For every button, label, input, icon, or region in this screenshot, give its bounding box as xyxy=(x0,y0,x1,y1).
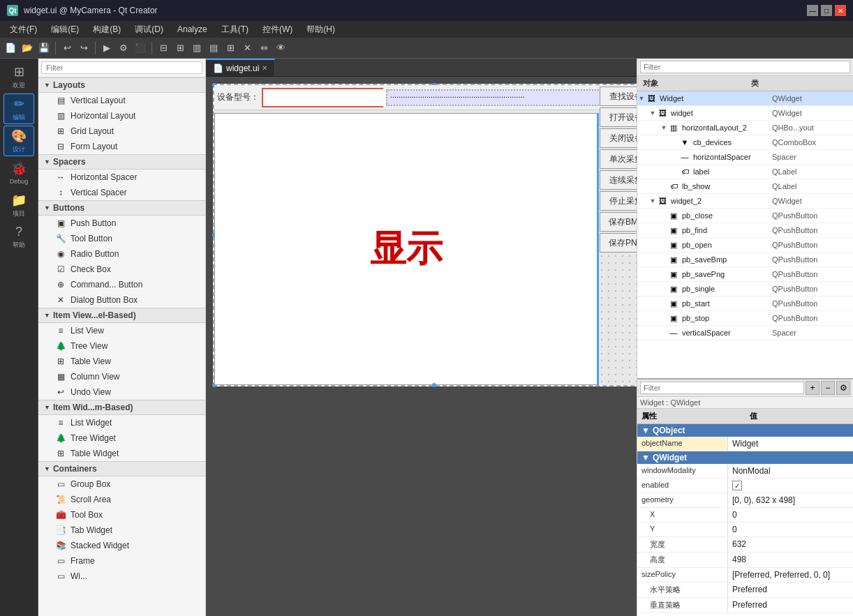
tree-arrow[interactable] xyxy=(671,167,679,176)
canvas-btn-[interactable]: 查找设备 xyxy=(600,87,637,106)
canvas-btn-[interactable]: 停止采集 xyxy=(600,191,637,211)
toolbar-build[interactable]: ▶ xyxy=(99,40,114,56)
palette-item-radiobutton[interactable]: ◉Radio Button xyxy=(38,246,205,262)
prop-value[interactable]: Preferred xyxy=(728,598,853,613)
menu-item-e[interactable]: 编辑(E) xyxy=(44,22,86,37)
toolbar-widget-align-v[interactable]: ⊞ xyxy=(172,40,188,56)
left-icon-project[interactable]: 📁项目 xyxy=(3,190,34,220)
tree-arrow[interactable] xyxy=(671,138,679,147)
prop-value[interactable]: 0 xyxy=(728,508,853,522)
palette-item-verticalspacer[interactable]: ↕Vertical Spacer xyxy=(38,185,205,200)
toolbar-break[interactable]: ✕ xyxy=(239,40,255,56)
canvas-btn-[interactable]: 单次采集 xyxy=(600,149,637,169)
editor-tab-widget-ui[interactable]: 📄 widget.ui ✕ xyxy=(206,59,275,76)
prop-value[interactable]: 632 xyxy=(728,537,853,552)
tree-arrow[interactable] xyxy=(660,241,668,249)
close-button[interactable]: ✕ xyxy=(835,5,846,16)
tree-item[interactable]: ▣ pb_stop QPushButton xyxy=(637,311,853,326)
tree-item[interactable]: ▣ pb_start QPushButton xyxy=(637,296,853,311)
palette-item-wi[interactable]: ▭Wi... xyxy=(38,569,205,584)
palette-item-columnview[interactable]: ▦Column View xyxy=(38,369,205,384)
prop-row[interactable]: objectName Widget xyxy=(637,437,853,451)
palette-item-undoview[interactable]: ↩Undo View xyxy=(38,384,205,400)
prop-value[interactable]: ✓ xyxy=(728,479,853,493)
palette-section-layouts[interactable]: ▼Layouts xyxy=(38,77,205,93)
left-icon-edit[interactable]: ✏编辑 xyxy=(3,93,34,124)
tree-arrow[interactable] xyxy=(660,314,668,322)
canvas-btn-[interactable]: 连续采集 xyxy=(600,170,637,190)
palette-item-listview[interactable]: ≡List View xyxy=(38,323,205,338)
tree-item[interactable]: 🏷 label QLabel xyxy=(637,165,853,179)
menu-item-h[interactable]: 帮助(H) xyxy=(299,22,342,37)
menu-item-t[interactable]: 工具(T) xyxy=(214,22,255,37)
prop-row[interactable]: 高度 498 xyxy=(637,553,853,568)
design-canvas-wrapper[interactable]: 设备型号： ▼ ................................… xyxy=(206,77,637,616)
props-remove-btn[interactable]: − xyxy=(821,381,835,395)
prop-row[interactable]: X 0 xyxy=(637,508,853,523)
canvas-inner[interactable]: 设备型号： ▼ ................................… xyxy=(214,85,637,385)
prop-value[interactable]: [Preferred, Preferred, 0, 0] xyxy=(728,568,853,582)
toolbar-widget-align-h[interactable]: ⊟ xyxy=(156,40,171,56)
tree-item[interactable]: ▣ pb_find QPushButton xyxy=(637,223,853,238)
props-add-btn[interactable]: + xyxy=(806,381,819,395)
left-icon-debug[interactable]: 🐞Debug xyxy=(3,158,34,188)
palette-item-frame[interactable]: ▭Frame xyxy=(38,553,205,569)
prop-row[interactable]: Y 0 xyxy=(637,523,853,537)
palette-item-horizontalspacer[interactable]: ↔Horizontal Spacer xyxy=(38,170,205,185)
menu-item-w[interactable]: 控件(W) xyxy=(255,22,299,37)
tab-close-icon[interactable]: ✕ xyxy=(262,64,267,72)
tree-item[interactable]: ▣ pb_single QPushButton xyxy=(637,282,853,296)
tree-arrow[interactable]: ▼ xyxy=(648,197,657,205)
object-tree-filter-input[interactable] xyxy=(640,61,850,73)
menu-item-d[interactable]: 调试(D) xyxy=(128,22,170,37)
minimize-button[interactable]: — xyxy=(807,5,818,16)
maximize-button[interactable]: □ xyxy=(821,5,832,16)
tree-arrow[interactable] xyxy=(660,182,668,190)
canvas-btn-bmp[interactable]: 保存BMP xyxy=(600,212,637,232)
tree-item[interactable]: ▼ ▥ horizontalLayout_2 QHBo...yout xyxy=(637,121,853,135)
tree-arrow[interactable] xyxy=(660,226,668,234)
tree-item[interactable]: ▣ pb_savePng QPushButton xyxy=(637,267,853,282)
toolbar-new[interactable]: 📄 xyxy=(3,40,18,56)
prop-row[interactable]: enabled ✓ xyxy=(637,479,853,493)
palette-item-treeview[interactable]: 🌲Tree View xyxy=(38,338,205,354)
palette-item-tabwidget[interactable]: 📑Tab Widget xyxy=(38,523,205,538)
palette-item-treewidget[interactable]: 🌲Tree Widget xyxy=(38,430,205,446)
device-combo-input[interactable] xyxy=(263,89,389,106)
menu-item-analyze[interactable]: Analyze xyxy=(170,23,214,36)
tree-arrow[interactable]: ▼ xyxy=(648,109,657,117)
prop-row[interactable]: 垂直策略 Preferred xyxy=(637,598,853,613)
canvas-bottom-handle[interactable] xyxy=(432,383,436,385)
toolbar-preview[interactable]: 👁 xyxy=(273,40,288,56)
palette-item-commandbutton[interactable]: ⊕Command... Button xyxy=(38,277,205,292)
prop-row[interactable]: 宽度 632 xyxy=(637,537,853,553)
palette-item-scrollarea[interactable]: 📜Scroll Area xyxy=(38,492,205,507)
palette-item-gridlayout[interactable]: ⊞Grid Layout xyxy=(38,123,205,139)
toolbar-undo[interactable]: ↩ xyxy=(59,40,75,56)
palette-item-pushbutton[interactable]: ▣Push Button xyxy=(38,216,205,231)
tree-arrow[interactable] xyxy=(660,329,668,337)
props-filter-input[interactable] xyxy=(640,382,804,394)
menu-item-b[interactable]: 构建(B) xyxy=(86,22,128,37)
palette-item-verticallayout[interactable]: ▤Vertical Layout xyxy=(38,93,205,108)
palette-item-stackedwidget[interactable]: 📚Stacked Widget xyxy=(38,538,205,553)
palette-filter-input[interactable] xyxy=(41,61,202,74)
toolbar-debug-run[interactable]: ⚙ xyxy=(116,40,131,56)
palette-section-itemviewelbased[interactable]: ▼Item View...el-Based) xyxy=(38,308,205,323)
toolbar-stop[interactable]: ⬛ xyxy=(133,40,148,56)
tree-arrow[interactable] xyxy=(671,153,679,161)
prop-value[interactable]: Widget xyxy=(728,437,853,451)
prop-check[interactable]: ✓ xyxy=(732,481,742,490)
prop-value[interactable]: Preferred xyxy=(728,583,853,597)
palette-item-tablewidget[interactable]: ⊞Table Widget xyxy=(38,446,205,461)
palette-item-horizontallayout[interactable]: ▥Horizontal Layout xyxy=(38,108,205,123)
toolbar-adjust-size[interactable]: ⇔ xyxy=(256,40,272,56)
toolbar-layout-h[interactable]: ▥ xyxy=(189,40,205,56)
prop-value[interactable]: [0, 0), 632 x 498] xyxy=(728,493,853,507)
toolbar-save[interactable]: 💾 xyxy=(36,40,52,56)
canvas-btn-[interactable]: 关闭设备 xyxy=(600,128,637,148)
palette-item-dialogbuttonbox[interactable]: ✕Dialog Button Box xyxy=(38,292,205,308)
left-icon-design[interactable]: 🎨设计 xyxy=(3,126,34,156)
tree-item[interactable]: ▼ cb_devices QComboBox xyxy=(637,135,853,150)
tree-item[interactable]: ▼ 🖼 widget QWidget xyxy=(637,106,853,121)
